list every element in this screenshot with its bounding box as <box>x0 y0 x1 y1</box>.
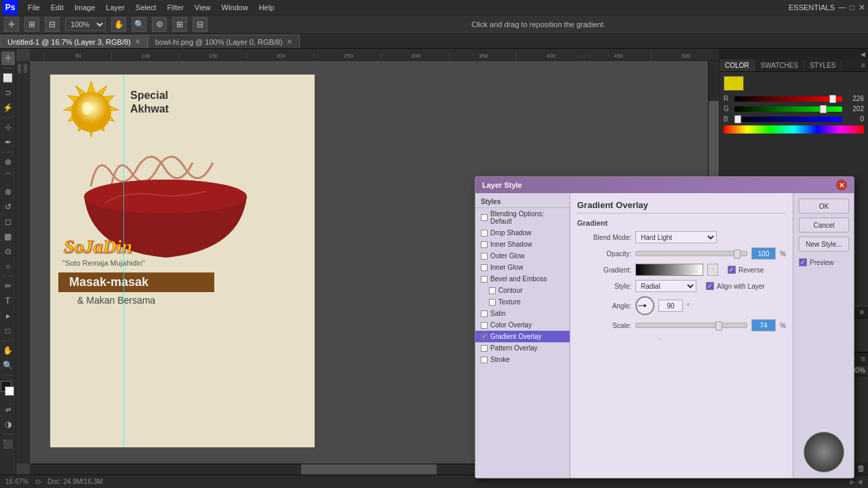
style-blending-options[interactable]: Blending Options: Default <box>475 208 570 227</box>
style-bevel-emboss[interactable]: Bevel and Emboss <box>475 273 570 285</box>
shape-tool[interactable]: □ <box>1 324 15 338</box>
color-spectrum[interactable] <box>724 125 864 134</box>
zoom-select[interactable]: 100% 16.7% 50% <box>65 18 106 31</box>
tab-bowl[interactable]: bowl-hi.png @ 100% (Layer 0, RGB/8) ✕ <box>148 35 300 48</box>
menu-select[interactable]: Select <box>131 2 161 13</box>
style-drop-shadow[interactable]: Drop Shadow <box>475 227 570 239</box>
blur-tool[interactable]: ⊙ <box>1 245 15 258</box>
menu-filter[interactable]: Filter <box>162 2 188 13</box>
style-color-overlay[interactable]: Color Overlay <box>475 319 570 331</box>
stamp-tool[interactable]: ⊕ <box>1 185 15 199</box>
menu-image[interactable]: Image <box>70 2 100 13</box>
style-stroke[interactable]: Stroke <box>475 354 570 365</box>
adjustments-menu[interactable]: ≡ <box>860 308 864 316</box>
dialog-close-btn[interactable]: ✕ <box>836 180 847 190</box>
cb-contour[interactable] <box>489 287 496 294</box>
color-swatch-main[interactable] <box>724 76 744 91</box>
gradient-tool[interactable]: ▦ <box>1 230 15 243</box>
menu-file[interactable]: File <box>23 2 45 13</box>
path-select[interactable]: ▸ <box>1 309 15 323</box>
cb-satin[interactable] <box>481 310 488 317</box>
angle-dial[interactable] <box>635 296 654 315</box>
cb-texture[interactable] <box>489 299 496 306</box>
menu-edit[interactable]: Edit <box>46 2 68 13</box>
style-satin[interactable]: Satin <box>475 308 570 319</box>
close-btn[interactable]: ✕ <box>859 3 865 12</box>
cb-blending[interactable] <box>481 214 488 221</box>
angle-input[interactable] <box>658 300 683 312</box>
tool-option-2[interactable]: ⊟ <box>45 17 60 32</box>
crop-tool[interactable]: ⊹ <box>1 121 15 134</box>
status-circle[interactable]: ⊙ <box>35 478 41 485</box>
style-contour[interactable]: Contour <box>475 285 570 296</box>
move-tool[interactable]: ✛ <box>4 17 19 32</box>
minimize-btn[interactable]: ─ <box>839 2 846 13</box>
pen-tool[interactable]: ✏ <box>1 279 15 293</box>
reverse-checkbox[interactable]: ✓ <box>728 266 736 274</box>
style-pattern-overlay[interactable]: Pattern Overlay <box>475 342 570 354</box>
eraser-tool[interactable]: ◻ <box>1 215 15 228</box>
r-slider[interactable] <box>734 96 842 102</box>
healing-tool[interactable]: ⊕ <box>1 155 15 169</box>
g-slider[interactable] <box>734 106 842 112</box>
type-tool[interactable]: T <box>1 294 15 308</box>
extra-btn[interactable]: ⚙ <box>152 17 167 32</box>
scale-slider[interactable] <box>635 323 747 328</box>
screen-mode[interactable]: ⬛ <box>1 437 15 451</box>
tool-option-1[interactable]: ⊞ <box>24 17 39 32</box>
style-gradient-overlay[interactable]: ✓ Gradient Overlay <box>475 331 570 342</box>
preview-checkbox[interactable]: ✓ <box>799 258 807 266</box>
menu-window[interactable]: Window <box>217 2 253 13</box>
cb-inner-glow[interactable] <box>481 264 488 271</box>
marquee-tool[interactable]: ⬜ <box>1 71 15 85</box>
delete-layer-btn[interactable]: 🗑 <box>857 464 865 473</box>
canvas-document[interactable]: Special Akhwat SoJaDin <box>50 75 315 447</box>
workspace-label[interactable]: ESSENTIALS <box>789 3 835 12</box>
tab-swatches[interactable]: SWATCHES <box>755 60 805 71</box>
tab-color[interactable]: COLOR <box>719 60 755 71</box>
cb-gradient-overlay[interactable]: ✓ <box>481 333 488 340</box>
cb-stroke[interactable] <box>481 357 488 363</box>
zoom-tool[interactable]: 🔍 <box>1 359 15 372</box>
maximize-btn[interactable]: □ <box>850 3 854 12</box>
lasso-tool[interactable]: ⊃ <box>1 86 15 100</box>
tab-close-untitled[interactable]: ✕ <box>135 38 140 45</box>
bg-color-swatch[interactable] <box>5 386 14 396</box>
style-inner-glow[interactable]: Inner Glow <box>475 262 570 273</box>
opacity-input[interactable] <box>751 247 776 260</box>
tab-untitled[interactable]: Untitled-1 @ 16.7% (Layer 3, RGB/8) ✕ <box>0 35 148 48</box>
color-panel-menu[interactable]: ≡ <box>859 60 868 71</box>
blend-mode-select[interactable]: Hard Light <box>635 231 717 243</box>
eyedropper-tool[interactable]: ✒ <box>1 136 15 149</box>
view-mode-btn[interactable]: ⊞ <box>172 17 187 32</box>
history-brush[interactable]: ↺ <box>1 200 15 214</box>
zoom-tool-btn[interactable]: 🔍 <box>132 17 146 32</box>
gradient-btn[interactable]: ▾ <box>707 264 718 276</box>
style-select[interactable]: Radial <box>635 280 696 292</box>
cb-inner-shadow[interactable] <box>481 241 488 248</box>
style-inner-shadow[interactable]: Inner Shadow <box>475 239 570 250</box>
scale-input[interactable] <box>751 319 776 331</box>
dialog-titlebar[interactable]: Layer Style ✕ <box>475 177 854 193</box>
opacity-slider[interactable] <box>635 251 747 256</box>
cb-drop-shadow[interactable] <box>481 230 488 237</box>
switch-colors[interactable]: ⇌ <box>1 403 15 416</box>
quick-mask[interactable]: ◑ <box>1 418 15 431</box>
dodge-tool[interactable]: ○ <box>1 260 15 273</box>
b-slider[interactable] <box>734 117 842 122</box>
cb-bevel[interactable] <box>481 276 488 283</box>
cancel-button[interactable]: Cancel <box>799 218 849 232</box>
move-tool-left[interactable]: ✛ <box>1 52 15 65</box>
layers-menu[interactable]: ≡ <box>859 353 868 365</box>
tab-close-bowl[interactable]: ✕ <box>287 38 292 45</box>
style-texture[interactable]: Texture <box>475 296 570 308</box>
hand-tool[interactable]: ✋ <box>1 344 15 357</box>
cb-outer-glow[interactable] <box>481 253 488 260</box>
menu-help[interactable]: Help <box>254 2 279 13</box>
hand-tool-btn[interactable]: ✋ <box>111 17 126 32</box>
ok-button[interactable]: OK <box>799 199 849 214</box>
gradient-preview[interactable] <box>635 264 703 276</box>
brush-tool[interactable]: ⌒ <box>1 170 15 184</box>
align-layer-checkbox[interactable]: ✓ <box>706 282 714 290</box>
cb-color-overlay[interactable] <box>481 322 488 329</box>
